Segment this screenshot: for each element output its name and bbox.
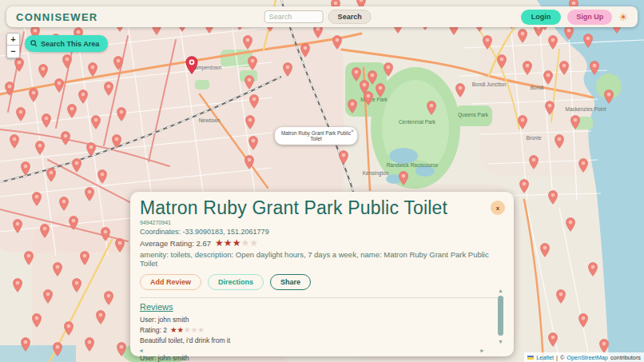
map-marker[interactable] [384, 62, 394, 77]
map-marker[interactable] [559, 61, 570, 75]
map-marker[interactable] [555, 134, 565, 149]
osm-link[interactable]: OpenStreetMap [566, 354, 608, 361]
map-marker[interactable] [519, 179, 530, 193]
map-marker[interactable] [32, 313, 42, 328]
map-marker[interactable] [115, 238, 125, 253]
map-marker[interactable] [243, 35, 253, 50]
map-marker[interactable] [113, 56, 124, 70]
map-marker[interactable] [86, 142, 97, 157]
map-marker[interactable] [483, 35, 493, 50]
map-marker[interactable] [53, 262, 63, 276]
map-marker[interactable] [59, 197, 70, 211]
map-marker[interactable] [588, 262, 598, 276]
map-marker[interactable] [497, 54, 507, 69]
map-marker[interactable] [376, 83, 386, 97]
login-button[interactable]: Login [521, 10, 562, 25]
search-button[interactable]: Search [328, 10, 372, 24]
map-marker[interactable] [578, 313, 589, 328]
map-marker[interactable] [97, 169, 108, 184]
map-marker[interactable] [332, 35, 343, 50]
map-marker[interactable] [564, 26, 574, 40]
map-marker[interactable] [24, 251, 34, 265]
map-marker[interactable] [91, 115, 101, 129]
map-marker[interactable] [570, 115, 581, 129]
map-marker[interactable] [300, 43, 311, 58]
popup-close-icon[interactable]: × [351, 128, 354, 133]
map-marker[interactable] [35, 141, 46, 155]
map-marker[interactable] [62, 54, 73, 69]
zoom-in-button[interactable]: + [6, 33, 20, 46]
map-marker[interactable] [16, 107, 26, 121]
map-marker[interactable] [578, 158, 589, 173]
map-marker[interactable] [283, 62, 293, 77]
map-marker[interactable] [599, 339, 610, 353]
map-marker[interactable] [364, 91, 374, 105]
map-marker[interactable] [21, 337, 31, 352]
map-marker[interactable] [348, 99, 358, 113]
map-marker[interactable] [88, 62, 98, 77]
map-marker[interactable] [518, 115, 528, 129]
map-marker[interactable] [69, 216, 79, 230]
map-marker[interactable] [72, 158, 82, 173]
map-popup[interactable]: Matron Ruby Grant Park Public Toilet × [275, 127, 357, 145]
map-marker[interactable] [248, 136, 259, 150]
map-marker[interactable] [548, 190, 559, 205]
map-marker[interactable] [53, 342, 63, 356]
map-marker[interactable] [112, 134, 122, 149]
map-marker[interactable] [543, 70, 554, 85]
map-marker[interactable] [117, 107, 127, 121]
map-marker[interactable] [523, 61, 533, 75]
map-marker[interactable] [339, 150, 349, 165]
map-marker[interactable] [40, 224, 50, 238]
map-marker[interactable] [85, 337, 95, 352]
map-marker[interactable] [545, 101, 555, 115]
map-marker[interactable] [85, 187, 95, 201]
map-marker[interactable] [244, 75, 255, 90]
map-marker[interactable] [5, 82, 15, 96]
map-marker[interactable] [604, 90, 614, 104]
scroll-down-icon[interactable]: ▼ [498, 339, 503, 344]
map-marker[interactable] [529, 155, 539, 169]
map-marker[interactable] [29, 88, 39, 102]
selected-map-marker[interactable] [185, 56, 199, 74]
search-this-area-button[interactable]: Search This Area [25, 35, 108, 52]
map-marker[interactable] [61, 131, 71, 145]
leaflet-link[interactable]: Leaflet [536, 354, 554, 361]
map-marker[interactable] [248, 56, 258, 70]
map-marker[interactable] [10, 134, 20, 149]
map-marker[interactable] [566, 217, 576, 232]
map-marker[interactable] [245, 115, 256, 129]
map-marker[interactable] [54, 78, 65, 93]
map-marker[interactable] [540, 243, 551, 257]
map-marker[interactable] [14, 58, 25, 72]
scroll-right-icon[interactable]: ► [479, 348, 485, 353]
map-marker[interactable] [21, 161, 31, 176]
zoom-out-button[interactable]: − [6, 46, 20, 58]
map-marker[interactable] [42, 113, 52, 128]
map-marker[interactable] [104, 82, 114, 96]
map-marker[interactable] [583, 34, 594, 48]
vertical-scroll-thumb[interactable] [498, 296, 503, 336]
map-marker[interactable] [548, 35, 559, 50]
map-marker[interactable] [13, 278, 23, 292]
map-marker[interactable] [13, 219, 23, 233]
map-marker[interactable] [104, 291, 114, 305]
map-marker[interactable] [556, 289, 566, 304]
directions-button[interactable]: Directions [208, 274, 264, 290]
search-input[interactable] [264, 10, 324, 23]
map-marker[interactable] [96, 310, 106, 324]
map-marker[interactable] [244, 155, 255, 169]
map-marker[interactable] [101, 227, 111, 241]
theme-toggle-sun-icon[interactable]: ☀ [618, 12, 628, 22]
signup-button[interactable]: Sign Up [567, 10, 612, 25]
map-marker[interactable] [80, 251, 90, 265]
scroll-left-icon[interactable]: ◄ [138, 348, 144, 353]
map-marker[interactable] [548, 332, 559, 347]
map-marker[interactable] [249, 94, 260, 109]
share-button[interactable]: Share [270, 274, 311, 290]
map-marker[interactable] [64, 321, 74, 336]
map-marker[interactable] [43, 289, 54, 304]
reviews-list[interactable]: User: john smithRating: 2★★★★★Beautiful … [140, 315, 504, 362]
map-marker[interactable] [32, 192, 42, 206]
map-marker[interactable] [46, 168, 57, 182]
